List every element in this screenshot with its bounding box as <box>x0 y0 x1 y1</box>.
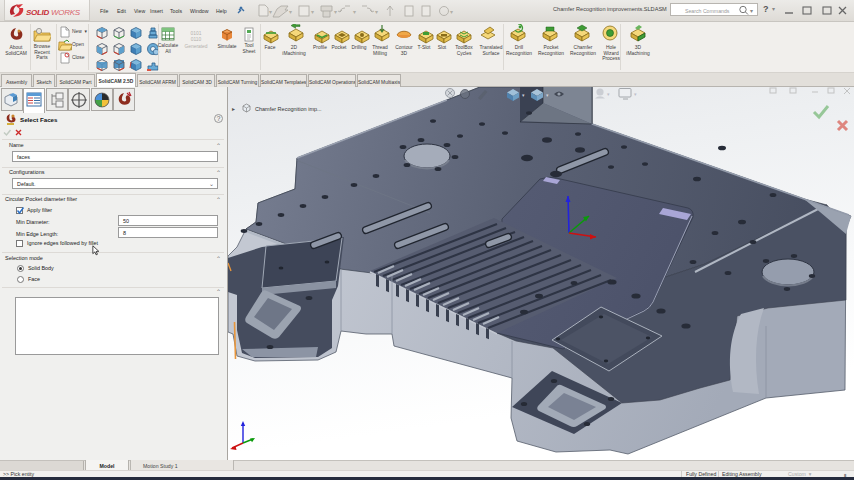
svg-text:▾: ▾ <box>522 92 525 98</box>
svg-text:▾: ▾ <box>750 8 753 14</box>
svg-text:WORKS: WORKS <box>51 8 81 17</box>
svg-text:▾: ▾ <box>607 91 610 97</box>
svg-text:▾: ▾ <box>334 9 337 15</box>
svg-text:▾: ▾ <box>289 9 292 15</box>
svg-text:▾: ▾ <box>546 92 549 98</box>
svg-text:▾: ▾ <box>353 9 356 15</box>
svg-text:▾: ▾ <box>375 9 378 15</box>
svg-text:SOLID: SOLID <box>26 8 49 17</box>
svg-text:▾: ▾ <box>634 91 637 97</box>
svg-text:▾: ▾ <box>311 9 314 15</box>
svg-text:▾: ▾ <box>450 9 453 15</box>
svg-text:▾: ▾ <box>269 9 272 15</box>
